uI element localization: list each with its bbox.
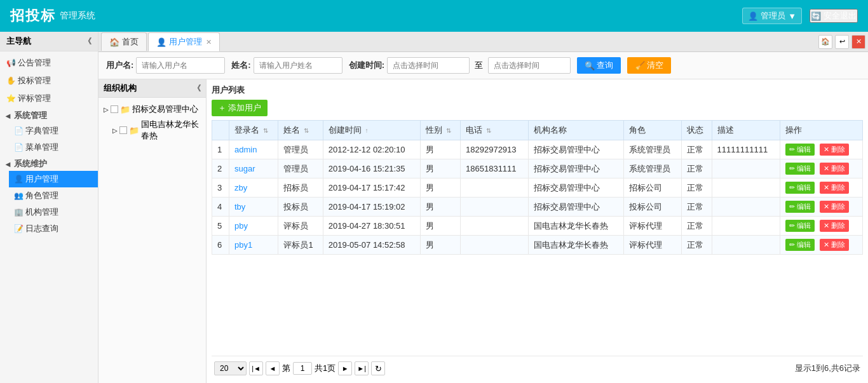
folder-icon: 📁 (129, 126, 139, 135)
sidebar-item-users[interactable]: 👤 用户管理 (9, 171, 98, 187)
org-checkbox[interactable] (111, 105, 118, 113)
pag-next-btn[interactable]: ► (338, 361, 352, 375)
edit-button[interactable]: ✏ 编辑 (785, 239, 815, 251)
edit-button[interactable]: ✏ 编辑 (785, 220, 815, 232)
section-label: 系统管理 (14, 110, 47, 121)
refresh-icon: 🔄 (811, 11, 821, 21)
org-panel: 组织机构 《 ▷ 📁 招标交易管理中心 ▷ 📁 国电吉林龙华长春热 (98, 79, 207, 383)
sidebar-item-evaluate[interactable]: ⭐ 评标管理 (0, 90, 98, 107)
create-time-label: 创建时间: (349, 60, 384, 71)
search-button[interactable]: 🔍 查询 (577, 57, 621, 74)
sidebar-item-label: 角色管理 (25, 190, 58, 201)
realname-field: 姓名: (231, 57, 342, 74)
time-separator: 至 (475, 60, 483, 71)
admin-label: 管理员 (761, 10, 785, 22)
sidebar-item-label: 字典管理 (25, 125, 58, 137)
cell-phone: 18651831111 (461, 159, 529, 178)
delete-button[interactable]: ✕ 删除 (820, 239, 849, 251)
cell-desc (712, 236, 780, 255)
cell-role: 评标代理 (623, 236, 681, 255)
col-create-time[interactable]: 创建时间 ↑ (323, 121, 420, 140)
col-org: 机构名称 (529, 121, 623, 140)
cell-status: 正常 (681, 159, 712, 178)
pag-total-records: 显示1到6,共6记录 (795, 363, 860, 373)
dict-icon: 📄 (14, 126, 23, 135)
pag-page-input[interactable] (293, 362, 312, 375)
section-label: 系统维护 (14, 158, 47, 170)
logout-button[interactable]: 🔄 安全退出 (810, 9, 858, 23)
tab-home[interactable]: 🏠 首页 (101, 32, 147, 51)
org-icon: 🏢 (14, 208, 23, 217)
table-row: 2 sugar 管理员 2019-04-16 15:21:35 男 186518… (212, 159, 863, 178)
org-collapse-btn[interactable]: 《 (193, 83, 201, 94)
delete-button[interactable]: ✕ 删除 (820, 144, 849, 156)
sort-asc-icon: ↑ (365, 127, 368, 134)
col-login[interactable]: 登录名 ⇅ (229, 121, 278, 140)
tab-back-btn[interactable]: ↩ (835, 35, 849, 49)
time-end-input[interactable] (488, 57, 571, 74)
pag-last-btn[interactable]: ►| (355, 361, 369, 375)
sidebar-item-dict[interactable]: 📄 字典管理 (9, 123, 98, 139)
arrow-icon: ◄ (4, 111, 12, 121)
add-user-button[interactable]: ＋ 添加用户 (212, 100, 268, 116)
cell-name: 招标员 (278, 178, 323, 198)
search-bar: 用户名: 姓名: 创建时间: 至 🔍 查询 🧹 清空 (98, 52, 868, 79)
sidebar-item-roles[interactable]: 👥 角色管理 (9, 187, 98, 204)
clear-button[interactable]: 🧹 清空 (627, 57, 671, 74)
sidebar-item-bid[interactable]: ✋ 投标管理 (0, 72, 98, 90)
cell-create-time: 2019-04-16 15:21:35 (323, 159, 420, 178)
sidebar: 主导航 《 📢 公告管理 ✋ 投标管理 ⭐ 评标管理 ◄ 系统管理 📄 (0, 32, 98, 383)
pagination: 20 50 100 |◄ ◄ 第 共1页 ► ►| ↻ (212, 356, 863, 378)
org-node-root[interactable]: ▷ 📁 招标交易管理中心 (102, 102, 202, 117)
cell-no: 2 (212, 159, 229, 178)
create-time-field: 创建时间: 至 (349, 57, 571, 74)
edit-button[interactable]: ✏ 编辑 (785, 163, 815, 175)
col-name[interactable]: 姓名 ⇅ (278, 121, 323, 140)
delete-button[interactable]: ✕ 删除 (820, 220, 849, 232)
user-tab-icon: 👤 (156, 37, 166, 47)
sidebar-item-menu[interactable]: 📄 菜单管理 (9, 139, 98, 156)
realname-input[interactable] (254, 57, 342, 74)
tab-home-label: 首页 (122, 36, 139, 48)
col-status: 状态 (681, 121, 712, 140)
pag-refresh-btn[interactable]: ↻ (371, 361, 385, 375)
cell-gender: 男 (421, 217, 461, 236)
delete-button[interactable]: ✕ 删除 (820, 182, 849, 194)
pag-prev-btn[interactable]: ◄ (266, 361, 280, 375)
sidebar-collapse-btn[interactable]: 《 (84, 36, 92, 47)
sidebar-item-org[interactable]: 🏢 机构管理 (9, 204, 98, 220)
edit-button[interactable]: ✏ 编辑 (785, 201, 815, 213)
cell-role: 系统管理员 (623, 159, 681, 178)
sidebar-item-announcement[interactable]: 📢 公告管理 (0, 54, 98, 72)
sidebar-item-label: 评标管理 (18, 93, 51, 104)
pag-first-btn[interactable]: |◄ (249, 361, 263, 375)
cell-create-time: 2019-04-27 18:30:51 (323, 217, 420, 236)
org-node-child[interactable]: ▷ 📁 国电吉林龙华长春热 (102, 117, 202, 144)
delete-button[interactable]: ✕ 删除 (820, 163, 849, 175)
pag-page-label: 第 (282, 363, 290, 374)
edit-button[interactable]: ✏ 编辑 (785, 144, 815, 156)
time-start-input[interactable] (387, 57, 470, 74)
org-checkbox[interactable] (119, 126, 127, 134)
cell-phone (461, 178, 529, 198)
username-input[interactable] (136, 57, 225, 74)
admin-button[interactable]: 👤 管理员 ▼ (742, 8, 802, 24)
col-phone[interactable]: 电话 ⇅ (461, 121, 529, 140)
header-right: 👤 管理员 ▼ 🔄 安全退出 (742, 8, 858, 24)
tab-home-btn[interactable]: 🏠 (818, 35, 832, 49)
edit-button[interactable]: ✏ 编辑 (785, 182, 815, 194)
cell-role: 投标公司 (623, 198, 681, 217)
page-size-select[interactable]: 20 50 100 (214, 361, 247, 375)
tab-close-icon[interactable]: ✕ (206, 38, 212, 46)
cell-login: admin (229, 140, 278, 159)
delete-button[interactable]: ✕ 删除 (820, 201, 849, 213)
sidebar-item-log[interactable]: 📝 日志查询 (9, 220, 98, 237)
tab-user-mgmt[interactable]: 👤 用户管理 ✕ (148, 32, 220, 51)
tab-close-btn[interactable]: ✕ (851, 35, 865, 49)
folder-icon: 📁 (120, 105, 130, 114)
cell-gender: 男 (421, 178, 461, 198)
cell-org: 招标交易管理中心 (529, 140, 623, 159)
col-gender[interactable]: 性别 ⇅ (421, 121, 461, 140)
cell-action: ✏ 编辑 ✕ 删除 (780, 217, 863, 236)
user-panel-title: 用户列表 (212, 84, 245, 96)
